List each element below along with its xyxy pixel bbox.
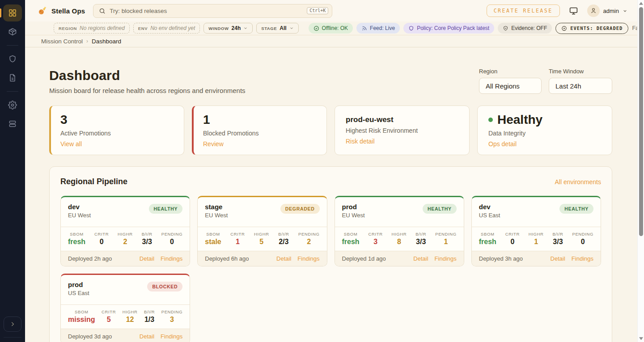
sidebar-divider [4, 337, 21, 338]
global-search[interactable]: Ctrl+K [93, 4, 332, 18]
findings-link[interactable]: Findings [297, 255, 319, 262]
stat-value: 1 [444, 238, 448, 246]
scroll-up-arrow-icon[interactable] [639, 2, 643, 5]
monitor-icon [569, 6, 578, 16]
sidebar-item-settings[interactable] [3, 97, 22, 114]
scrollbar-thumb[interactable] [639, 7, 643, 236]
deployed-ago: Deployed 3d ago [68, 333, 112, 340]
deployed-ago: Deployed 2h ago [68, 255, 112, 262]
sidebar-item-dashboard[interactable] [3, 4, 22, 21]
stat-label: SBOM [75, 309, 88, 314]
stage-chip-value: All [280, 25, 286, 31]
sidebar-item-docs[interactable] [3, 69, 22, 86]
search-input[interactable] [110, 8, 303, 14]
user-menu[interactable]: admin [587, 4, 627, 17]
stat-label: B/I/R [278, 232, 289, 236]
stat-value-text: Healthy [497, 113, 542, 127]
chevron-down-icon [243, 26, 248, 30]
feed-status-pill: Feed: Live [356, 23, 400, 34]
sidebar-item-security[interactable] [3, 51, 22, 68]
stat-card-grid: 3 Active Promotions View all 1 Blocked P… [49, 106, 612, 155]
pipeline-title: Regional Pipeline [60, 177, 127, 186]
stat-value: fresh [342, 238, 360, 246]
shield-icon [8, 55, 17, 63]
env-region: EU West [68, 212, 91, 219]
stat-label: B/I/R [415, 232, 426, 236]
stat-value: 2 [307, 238, 311, 246]
chevron-down-icon [289, 26, 294, 30]
detail-link[interactable]: Detail [276, 255, 291, 262]
region-chip-label: REGION [59, 26, 77, 31]
detail-link[interactable]: Detail [140, 255, 154, 262]
findings-link[interactable]: Findings [161, 255, 182, 262]
sidebar-item-infrastructure[interactable] [3, 115, 22, 132]
env-card-dev-us-east: dev US East HEALTHY SBOMfresh CRITR0 HIG… [471, 196, 601, 266]
ops-detail-link[interactable]: Ops detail [488, 140, 517, 148]
events-status-pill[interactable]: EVENTS: DEGRADED [555, 23, 628, 34]
evidence-status-pill: Evidence: OFF [498, 23, 552, 34]
brand-name: Stella Ops [51, 7, 85, 15]
env-card-stage-eu-west: stage EU West DEGRADED SBOMstale CRITR1 … [197, 196, 327, 266]
stage-context-chip[interactable]: STAGE All [256, 23, 298, 34]
env-card-dev-eu-west: dev EU West HEALTHY SBOMfresh CRITR0 HIG… [60, 196, 190, 266]
active-indicator [0, 8, 1, 17]
stat-value: 0 [510, 238, 514, 246]
package-icon [8, 27, 17, 36]
stat-label: CRITR [369, 232, 383, 236]
env-chip-label: ENV [138, 26, 148, 31]
brand[interactable]: Stella Ops [38, 6, 85, 16]
sidebar-item-releases[interactable] [3, 23, 22, 40]
all-environments-link[interactable]: All environments [555, 178, 602, 186]
policy-status-pill: Policy: Core Policy Pack latest [403, 23, 494, 34]
scroll-down-arrow-icon[interactable] [639, 337, 643, 340]
view-all-link[interactable]: View all [60, 140, 82, 148]
stat-value: 3 [373, 238, 377, 246]
offline-status-text: Offline: OK [322, 25, 348, 31]
circle-dot-icon [561, 25, 567, 31]
create-release-button[interactable]: CREATE RELEASE [487, 4, 560, 17]
stat-label: CRITR [94, 232, 109, 236]
window-scrollbar[interactable] [637, 0, 644, 342]
stat-label: CRITR [102, 309, 116, 314]
stat-label: SBOM [481, 232, 494, 236]
events-status-text: EVENTS: DEGRADED [570, 25, 623, 31]
findings-link[interactable]: Findings [161, 333, 182, 340]
window-filter-label: Time Window [549, 68, 612, 75]
stat-label: HIGHR [254, 232, 269, 236]
findings-link[interactable]: Findings [435, 255, 457, 262]
stat-card-highest-risk: prod-eu-west Highest Risk Environment Ri… [335, 106, 470, 155]
env-name: dev [479, 203, 500, 211]
env-chip-value: No env defined yet [150, 25, 195, 31]
breadcrumb-parent[interactable]: Mission Control [41, 38, 83, 45]
search-shortcut-badge: Ctrl+K [307, 7, 328, 14]
top-bar: Stella Ops Ctrl+K CREATE RELEASE [25, 0, 637, 21]
shield-icon [408, 25, 414, 31]
detail-link[interactable]: Detail [551, 255, 565, 262]
findings-link[interactable]: Findings [572, 255, 593, 262]
window-filter-select[interactable]: Last 24h [549, 78, 612, 94]
stat-value: 1 [236, 238, 240, 246]
env-context-chip[interactable]: ENV No env defined yet [133, 23, 200, 34]
stat-label: HIGHR [118, 232, 133, 236]
page-subtitle: Mission board for release health across … [49, 87, 246, 94]
region-filter-select[interactable]: All Regions [479, 78, 542, 94]
stat-value: 5 [259, 238, 263, 246]
stat-label: SBOM [344, 232, 357, 236]
window-context-chip[interactable]: WINDOW 24h [203, 23, 253, 34]
review-link[interactable]: Review [203, 140, 224, 148]
window-chip-value: 24h [232, 25, 241, 31]
grid-icon [8, 8, 17, 17]
env-region: US East [479, 212, 500, 219]
detail-link[interactable]: Detail [413, 255, 428, 262]
monitor-button[interactable] [569, 6, 578, 16]
avatar [587, 4, 600, 17]
env-card-prod-eu-west: prod EU West HEALTHY SBOMfresh CRITR3 HI… [335, 196, 464, 266]
sidebar-expand-button[interactable] [4, 317, 21, 332]
status-badge: DEGRADED [280, 204, 320, 214]
status-badge: BLOCKED [147, 282, 182, 291]
detail-link[interactable]: Detail [140, 333, 154, 340]
region-context-chip[interactable]: REGION No regions defined [54, 23, 130, 34]
risk-detail-link[interactable]: Risk detail [346, 138, 375, 145]
status-badge: HEALTHY [423, 204, 457, 214]
stat-value: 0 [170, 238, 174, 246]
